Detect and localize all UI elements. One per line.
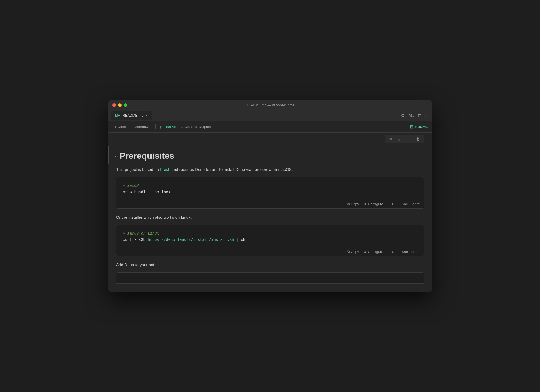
- code-block-1: # macOS brew bundle --no-lock ⧉ Copy ⚙ C…: [116, 177, 424, 209]
- add-markdown-button[interactable]: + Markdown: [129, 124, 153, 130]
- minimize-button[interactable]: [118, 103, 122, 107]
- close-button[interactable]: [112, 103, 116, 107]
- section-title: Prerequisites: [120, 151, 175, 161]
- cli-icon-2: ⊟: [388, 250, 391, 254]
- runme-button[interactable]: ⊟ RUNME: [410, 124, 428, 129]
- clear-icon: ≡: [181, 125, 183, 129]
- cell-toolbar-area: ✏ ⊟ ··· 🗑: [108, 133, 432, 146]
- prose-text-before: This project is based on: [116, 167, 160, 172]
- delete-cell-button[interactable]: 🗑: [415, 136, 421, 142]
- code-comment-2: # macOS or Linux: [123, 231, 417, 237]
- configure-icon-2: ⚙: [363, 250, 367, 254]
- more-actions-icon[interactable]: ···: [425, 113, 429, 118]
- readme-tab[interactable]: M+ README.md ×: [111, 111, 152, 120]
- cell-more-button[interactable]: ···: [404, 136, 410, 142]
- copy-button-1[interactable]: ⧉ Copy: [347, 202, 359, 206]
- split-cell-button[interactable]: ⊟: [396, 136, 402, 142]
- tab-bar: M+ README.md × ⚙ M↓ ⊟ ···: [108, 110, 432, 121]
- toolbar-separator: [155, 124, 156, 129]
- prerequisites-section-header: ∨ Prerequisites: [108, 146, 432, 164]
- configure-button-2[interactable]: ⚙ Configure: [363, 250, 383, 254]
- vscode-window: README.md — vscode-runme M+ README.md × …: [108, 100, 432, 292]
- copy-icon-1: ⧉: [347, 202, 350, 206]
- cell-toolbar-separator: [412, 137, 412, 141]
- fresh-link[interactable]: Fresh: [160, 167, 170, 172]
- prose-text-2: Or the installer which also works on Lin…: [116, 215, 192, 219]
- code-body-1: # macOS brew bundle --no-lock: [116, 177, 424, 200]
- configure-icon-1: ⚙: [363, 202, 367, 206]
- code-footer-1: ⧉ Copy ⚙ Configure ⊟ CLI Shell Script: [116, 200, 424, 208]
- tab-name: README.md: [122, 113, 143, 117]
- prose-block-2: Or the installer which also works on Lin…: [108, 211, 432, 225]
- copy-button-2[interactable]: ⧉ Copy: [347, 249, 359, 254]
- clear-outputs-button[interactable]: ≡ Clear All Outputs: [179, 124, 213, 130]
- code-footer-2: ⧉ Copy ⚙ Configure ⊟ CLI Shell Script: [116, 247, 424, 256]
- tab-bar-right: ⚙ M↓ ⊟ ···: [401, 113, 429, 118]
- shell-script-label-1: Shell Script: [402, 202, 420, 206]
- markdown-icon[interactable]: M↓: [408, 113, 414, 118]
- maximize-button[interactable]: [124, 103, 127, 107]
- cli-button-2[interactable]: ⊟ CLI: [388, 250, 397, 254]
- add-code-button[interactable]: + Code: [112, 124, 128, 130]
- code-line-2: curl -fsSL https://deno.land/x/install/i…: [123, 237, 417, 243]
- split-editor-icon[interactable]: ⊟: [418, 113, 421, 118]
- deno-install-link[interactable]: https://deno.land/x/install/install.sh: [148, 238, 234, 242]
- notebook-content: ✏ ⊟ ··· 🗑 ∨ Prerequisites This project i…: [108, 133, 432, 292]
- prose-block-1: This project is based on Fresh and requi…: [108, 164, 432, 177]
- title-bar: README.md — vscode-runme: [108, 100, 432, 110]
- code-comment-1: # macOS: [123, 183, 417, 189]
- code-body-3: [116, 273, 424, 283]
- tab-file-icon: M+: [115, 113, 120, 117]
- code-block-2: # macOS or Linux curl -fsSL https://deno…: [116, 225, 424, 256]
- code-block-3-partial: [116, 272, 424, 284]
- toolbar-more-button[interactable]: ···: [214, 124, 221, 130]
- toolbar: + Code + Markdown ▷ Run All ≡ Clear All …: [108, 121, 432, 133]
- shell-script-label-2: Shell Script: [402, 250, 420, 254]
- run-all-icon: ▷: [160, 125, 163, 129]
- code-line-1: brew bundle --no-lock: [123, 189, 417, 196]
- gear-icon[interactable]: ⚙: [401, 113, 405, 118]
- cli-icon-1: ⊟: [388, 202, 391, 206]
- edit-cell-button[interactable]: ✏: [388, 136, 394, 142]
- code-body-2: # macOS or Linux curl -fsSL https://deno…: [116, 225, 424, 247]
- runme-icon: ⊟: [410, 124, 413, 129]
- prose-text-3: Add Deno to your path:: [116, 262, 158, 267]
- prose-block-3: Add Deno to your path:: [108, 259, 432, 272]
- cli-button-1[interactable]: ⊟ CLI: [388, 202, 397, 206]
- run-all-button[interactable]: ▷ Run All: [158, 124, 178, 130]
- prose-text-after: and requires Deno to run. To install Den…: [170, 167, 293, 172]
- copy-icon-2: ⧉: [347, 249, 350, 254]
- collapse-section-button[interactable]: ∨: [114, 154, 117, 158]
- toolbar-right: ⊟ RUNME: [410, 124, 428, 129]
- configure-button-1[interactable]: ⚙ Configure: [363, 202, 383, 206]
- window-title: README.md — vscode-runme: [246, 103, 294, 107]
- tab-close-button[interactable]: ×: [146, 113, 148, 117]
- traffic-lights: [112, 103, 127, 107]
- cell-toolbar: ✏ ⊟ ··· 🗑: [385, 135, 424, 143]
